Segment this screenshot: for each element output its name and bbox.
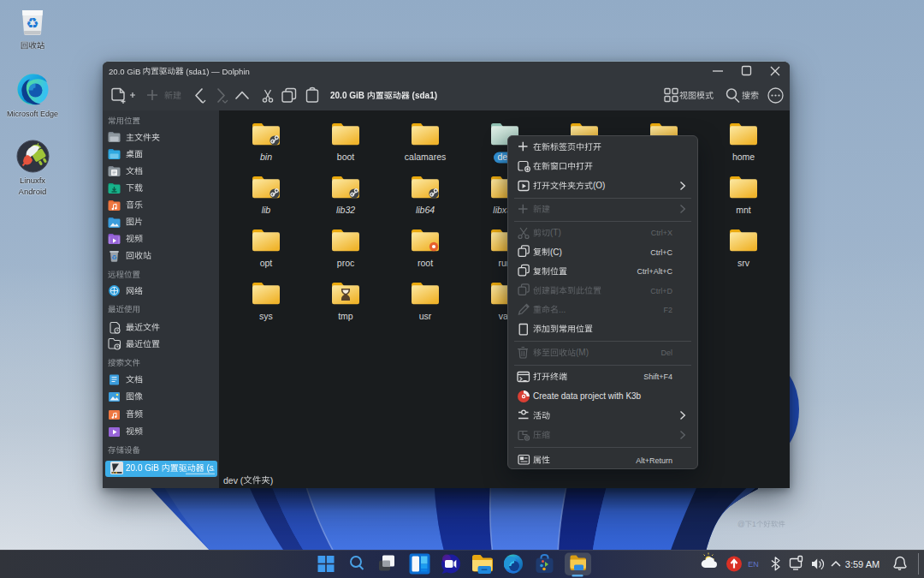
svg-text:♻: ♻ (26, 15, 38, 32)
